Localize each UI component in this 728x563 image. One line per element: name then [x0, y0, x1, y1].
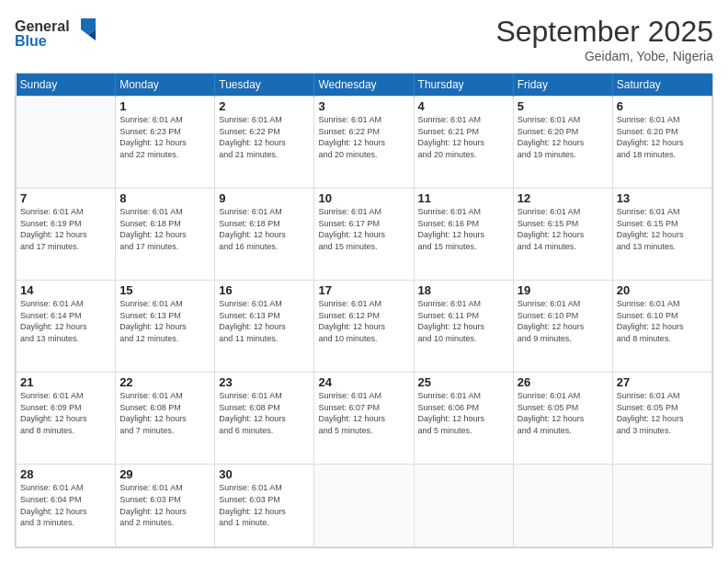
day-number: 26 [518, 375, 609, 389]
month-title: September 2025 [495, 15, 713, 49]
calendar-week-2: 14Sunrise: 6:01 AM Sunset: 6:14 PM Dayli… [17, 281, 712, 373]
day-info: Sunrise: 6:01 AM Sunset: 6:18 PM Dayligh… [119, 206, 210, 252]
logo: General Blue [15, 15, 107, 55]
calendar-cell: 24Sunrise: 6:01 AM Sunset: 6:07 PM Dayli… [314, 373, 414, 465]
calendar-cell: 26Sunrise: 6:01 AM Sunset: 6:05 PM Dayli… [513, 373, 612, 465]
day-info: Sunrise: 6:01 AM Sunset: 6:04 PM Dayligh… [20, 482, 111, 528]
calendar-cell: 3Sunrise: 6:01 AM Sunset: 6:22 PM Daylig… [314, 97, 414, 189]
calendar-table: Sunday Monday Tuesday Wednesday Thursday… [16, 74, 712, 547]
day-number: 2 [219, 99, 310, 113]
title-area: September 2025 Geidam, Yobe, Nigeria [495, 15, 713, 63]
day-number: 19 [518, 283, 609, 297]
day-info: Sunrise: 6:01 AM Sunset: 6:13 PM Dayligh… [219, 298, 310, 344]
day-number: 4 [418, 99, 509, 113]
day-info: Sunrise: 6:01 AM Sunset: 6:06 PM Dayligh… [418, 390, 509, 436]
day-info: Sunrise: 6:01 AM Sunset: 6:08 PM Dayligh… [119, 390, 210, 436]
day-info: Sunrise: 6:01 AM Sunset: 6:15 PM Dayligh… [617, 206, 708, 252]
day-info: Sunrise: 6:01 AM Sunset: 6:10 PM Dayligh… [518, 298, 609, 344]
calendar-cell: 4Sunrise: 6:01 AM Sunset: 6:21 PM Daylig… [414, 97, 513, 189]
calendar-cell: 29Sunrise: 6:01 AM Sunset: 6:03 PM Dayli… [116, 465, 215, 547]
day-info: Sunrise: 6:01 AM Sunset: 6:10 PM Dayligh… [617, 298, 708, 344]
day-info: Sunrise: 6:01 AM Sunset: 6:18 PM Dayligh… [219, 206, 310, 252]
day-info: Sunrise: 6:01 AM Sunset: 6:15 PM Dayligh… [518, 206, 609, 252]
calendar-cell: 30Sunrise: 6:01 AM Sunset: 6:03 PM Dayli… [215, 465, 314, 547]
day-info: Sunrise: 6:01 AM Sunset: 6:19 PM Dayligh… [20, 206, 111, 252]
day-number: 11 [418, 191, 509, 205]
day-number: 25 [418, 375, 509, 389]
header-row: Sunday Monday Tuesday Wednesday Thursday… [17, 74, 712, 97]
day-info: Sunrise: 6:01 AM Sunset: 6:03 PM Dayligh… [119, 482, 210, 528]
calendar-week-3: 21Sunrise: 6:01 AM Sunset: 6:09 PM Dayli… [17, 373, 712, 465]
calendar-cell: 21Sunrise: 6:01 AM Sunset: 6:09 PM Dayli… [17, 373, 116, 465]
day-number: 27 [617, 375, 708, 389]
calendar-body: 1Sunrise: 6:01 AM Sunset: 6:23 PM Daylig… [17, 97, 712, 547]
day-info: Sunrise: 6:01 AM Sunset: 6:17 PM Dayligh… [318, 206, 409, 252]
calendar-cell: 7Sunrise: 6:01 AM Sunset: 6:19 PM Daylig… [17, 189, 116, 281]
calendar-cell: 20Sunrise: 6:01 AM Sunset: 6:10 PM Dayli… [612, 281, 711, 373]
day-number: 18 [418, 283, 509, 297]
col-thursday: Thursday [414, 74, 513, 97]
day-number: 6 [617, 99, 708, 113]
day-info: Sunrise: 6:01 AM Sunset: 6:08 PM Dayligh… [219, 390, 310, 436]
calendar-cell: 18Sunrise: 6:01 AM Sunset: 6:11 PM Dayli… [414, 281, 513, 373]
calendar-week-1: 7Sunrise: 6:01 AM Sunset: 6:19 PM Daylig… [17, 189, 712, 281]
day-info: Sunrise: 6:01 AM Sunset: 6:20 PM Dayligh… [617, 114, 708, 160]
svg-text:Blue: Blue [15, 33, 47, 49]
calendar-week-4: 28Sunrise: 6:01 AM Sunset: 6:04 PM Dayli… [17, 465, 712, 547]
day-info: Sunrise: 6:01 AM Sunset: 6:05 PM Dayligh… [518, 390, 609, 436]
svg-text:General: General [15, 18, 70, 34]
col-saturday: Saturday [612, 74, 711, 97]
day-info: Sunrise: 6:01 AM Sunset: 6:12 PM Dayligh… [318, 298, 409, 344]
day-number: 23 [219, 375, 310, 389]
calendar-cell [414, 465, 513, 547]
logo-content: General Blue [15, 15, 107, 55]
day-number: 21 [20, 375, 111, 389]
location: Geidam, Yobe, Nigeria [495, 49, 713, 63]
calendar-cell: 2Sunrise: 6:01 AM Sunset: 6:22 PM Daylig… [215, 97, 314, 189]
day-info: Sunrise: 6:01 AM Sunset: 6:05 PM Dayligh… [617, 390, 708, 436]
header: General Blue September 2025 Geidam, Yobe… [15, 15, 713, 63]
day-number: 22 [119, 375, 210, 389]
calendar-cell: 9Sunrise: 6:01 AM Sunset: 6:18 PM Daylig… [215, 189, 314, 281]
day-info: Sunrise: 6:01 AM Sunset: 6:23 PM Dayligh… [119, 114, 210, 160]
day-info: Sunrise: 6:01 AM Sunset: 6:09 PM Dayligh… [20, 390, 111, 436]
col-tuesday: Tuesday [215, 74, 314, 97]
day-number: 12 [518, 191, 609, 205]
col-wednesday: Wednesday [314, 74, 414, 97]
day-number: 16 [219, 283, 310, 297]
calendar-week-0: 1Sunrise: 6:01 AM Sunset: 6:23 PM Daylig… [17, 97, 712, 189]
day-number: 8 [119, 191, 210, 205]
day-info: Sunrise: 6:01 AM Sunset: 6:03 PM Dayligh… [219, 482, 310, 528]
logo-svg: General Blue [15, 15, 107, 52]
day-number: 13 [617, 191, 708, 205]
col-sunday: Sunday [17, 74, 116, 97]
calendar-cell: 13Sunrise: 6:01 AM Sunset: 6:15 PM Dayli… [612, 189, 711, 281]
calendar-header: Sunday Monday Tuesday Wednesday Thursday… [17, 74, 712, 97]
day-number: 10 [318, 191, 409, 205]
day-number: 28 [20, 467, 111, 481]
calendar-cell: 1Sunrise: 6:01 AM Sunset: 6:23 PM Daylig… [116, 97, 215, 189]
calendar-cell: 12Sunrise: 6:01 AM Sunset: 6:15 PM Dayli… [513, 189, 612, 281]
col-friday: Friday [513, 74, 612, 97]
day-info: Sunrise: 6:01 AM Sunset: 6:11 PM Dayligh… [418, 298, 509, 344]
calendar-cell [17, 97, 116, 189]
calendar-cell: 6Sunrise: 6:01 AM Sunset: 6:20 PM Daylig… [612, 97, 711, 189]
day-info: Sunrise: 6:01 AM Sunset: 6:21 PM Dayligh… [418, 114, 509, 160]
calendar-cell: 8Sunrise: 6:01 AM Sunset: 6:18 PM Daylig… [116, 189, 215, 281]
calendar-cell: 28Sunrise: 6:01 AM Sunset: 6:04 PM Dayli… [17, 465, 116, 547]
day-number: 14 [20, 283, 111, 297]
day-info: Sunrise: 6:01 AM Sunset: 6:16 PM Dayligh… [418, 206, 509, 252]
calendar: Sunday Monday Tuesday Wednesday Thursday… [15, 73, 713, 548]
day-info: Sunrise: 6:01 AM Sunset: 6:22 PM Dayligh… [219, 114, 310, 160]
day-info: Sunrise: 6:01 AM Sunset: 6:14 PM Dayligh… [20, 298, 111, 344]
col-monday: Monday [116, 74, 215, 97]
day-number: 29 [119, 467, 210, 481]
calendar-cell [314, 465, 414, 547]
day-number: 3 [318, 99, 409, 113]
calendar-cell: 14Sunrise: 6:01 AM Sunset: 6:14 PM Dayli… [17, 281, 116, 373]
day-number: 1 [119, 99, 210, 113]
day-number: 24 [318, 375, 409, 389]
day-number: 9 [219, 191, 310, 205]
day-info: Sunrise: 6:01 AM Sunset: 6:07 PM Dayligh… [318, 390, 409, 436]
calendar-cell: 11Sunrise: 6:01 AM Sunset: 6:16 PM Dayli… [414, 189, 513, 281]
